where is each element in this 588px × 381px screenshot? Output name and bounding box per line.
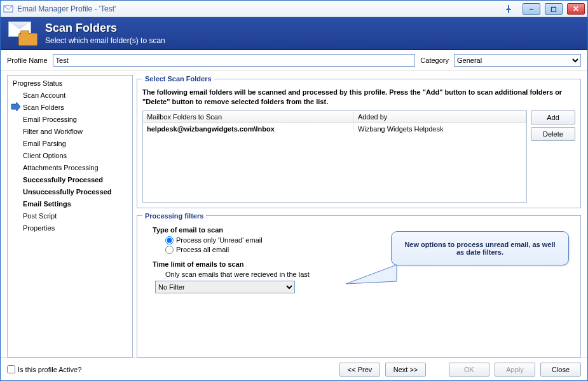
folders-table[interactable]: Mailbox Folders to Scan Added by helpdes… (142, 110, 527, 203)
minimize-button[interactable]: – (523, 3, 540, 15)
ok-button[interactable]: OK (449, 363, 489, 377)
callout-text: New options to process unread email, as … (404, 241, 555, 256)
sidebar-item-email-settings[interactable]: Email Settings (9, 198, 131, 210)
radio-unread[interactable] (165, 236, 174, 244)
svg-marker-2 (11, 102, 20, 111)
svg-marker-13 (346, 265, 397, 284)
table-row[interactable]: helpdesk@wizbangwidgets.com\InboxWizbang… (143, 123, 526, 135)
cell-folder: helpdesk@wizbangwidgets.com\Inbox (143, 123, 353, 135)
sidebar-item-label: Email Processing (23, 116, 77, 123)
select-scan-folders-group: Select Scan Folders The following email … (137, 75, 581, 208)
callout-tail-icon (346, 262, 397, 288)
window-title: Email Manager Profile - 'Test' (16, 4, 500, 13)
banner-icon (7, 20, 38, 46)
sidebar-item-scan-account[interactable]: Scan Account (9, 90, 131, 102)
sidebar-item-label: Email Settings (23, 200, 71, 208)
category-label: Category (420, 57, 449, 64)
close-button[interactable]: Close (540, 363, 581, 377)
col-addedby[interactable]: Added by (353, 111, 526, 123)
filters-legend: Processing filters (142, 212, 206, 220)
sidebar-item-label: Email Parsing (23, 140, 66, 147)
delete-button[interactable]: Delete (531, 127, 575, 141)
sidebar-item-label: Scan Account (23, 91, 65, 99)
radio-unread-label: Process only 'Unread' email (176, 236, 263, 244)
active-checkbox-row[interactable]: Is this profile Active? (7, 365, 81, 373)
prev-button[interactable]: << Prev (339, 363, 380, 377)
radio-all[interactable] (165, 246, 174, 254)
arrow-icon (10, 102, 20, 111)
radio-all-label: Process all email (176, 246, 229, 253)
time-filter-select[interactable]: No Filter (155, 281, 295, 293)
sidebar-item-label: Post Script (23, 212, 57, 220)
maximize-button[interactable]: ◻ (545, 3, 563, 15)
sidebar-item-filter-and-workflow[interactable]: Filter and Workflow (9, 126, 131, 138)
sidebar-item-email-parsing[interactable]: Email Parsing (9, 138, 131, 150)
folders-legend: Select Scan Folders (142, 75, 214, 83)
category-select[interactable]: General (454, 54, 581, 67)
pin-icon[interactable] (503, 3, 514, 15)
sidebar-item-post-script[interactable]: Post Script (9, 210, 131, 222)
page-subtitle: Select which email folder(s) to scan (45, 36, 165, 45)
sidebar-item-scan-folders[interactable]: Scan Folders (9, 102, 131, 114)
active-checkbox[interactable] (7, 365, 15, 373)
callout-bubble: New options to process unread email, as … (391, 231, 569, 265)
sidebar-item-label: Client Options (23, 152, 67, 159)
sidebar-header: Progress Status (9, 78, 131, 90)
titlebar: Email Manager Profile - 'Test' – ◻ ✕ (1, 1, 587, 17)
processing-filters-group: Processing filters Type of email to scan… (137, 212, 581, 358)
profile-row: Profile Name Category General (1, 50, 587, 71)
sidebar-item-properties[interactable]: Properties (9, 222, 131, 234)
folders-instructions: The following email folders will be scan… (142, 88, 575, 107)
sidebar-item-label: Successfully Processed (23, 176, 103, 184)
profile-name-input[interactable] (53, 54, 416, 67)
sidebar-item-label: Properties (23, 224, 55, 232)
profile-name-label: Profile Name (7, 57, 48, 64)
sidebar-item-label: Filter and Workflow (23, 128, 83, 135)
sidebar-item-label: Unsuccessfully Processed (23, 188, 111, 196)
sidebar-item-client-options[interactable]: Client Options (9, 150, 131, 162)
add-button[interactable]: Add (531, 110, 575, 124)
footer: Is this profile Active? << Prev Next >> … (1, 358, 587, 380)
sidebar-item-successfully-processed[interactable]: Successfully Processed (9, 174, 131, 186)
sidebar-item-attachments-processing[interactable]: Attachments Processing (9, 162, 131, 174)
app-icon (3, 4, 13, 14)
sidebar-item-unsuccessfully-processed[interactable]: Unsuccessfully Processed (9, 186, 131, 198)
sidebar-item-label: Scan Folders (23, 104, 64, 111)
window: Email Manager Profile - 'Test' – ◻ ✕ Sca… (0, 0, 588, 381)
cell-addedby: Wizbang Widgets Helpdesk (353, 123, 526, 135)
close-window-button[interactable]: ✕ (567, 3, 585, 15)
page-banner: Scan Folders Select which email folder(s… (1, 17, 587, 50)
apply-button[interactable]: Apply (495, 363, 535, 377)
sidebar-item-email-processing[interactable]: Email Processing (9, 114, 131, 126)
progress-sidebar: Progress Status Scan AccountScan Folders… (7, 75, 133, 358)
page-title: Scan Folders (45, 22, 165, 35)
col-folder[interactable]: Mailbox Folders to Scan (143, 111, 353, 123)
next-button[interactable]: Next >> (385, 363, 426, 377)
sidebar-item-label: Attachments Processing (23, 164, 99, 171)
active-label: Is this profile Active? (18, 366, 81, 373)
